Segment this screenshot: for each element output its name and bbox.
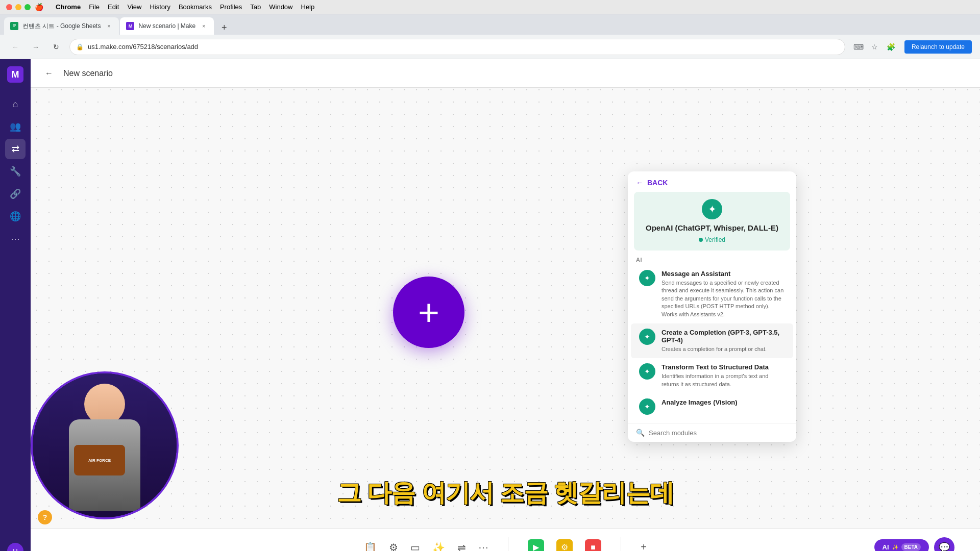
module-item-message-assistant[interactable]: ✦ Message an Assistant Send messages to …: [631, 265, 793, 323]
menu-view[interactable]: View: [127, 3, 141, 11]
menu-chrome[interactable]: Chrome: [56, 3, 81, 11]
flow-icon: ⇌: [457, 541, 466, 552]
search-input[interactable]: [649, 429, 788, 437]
sidebar-item-tools[interactable]: 🔧: [5, 161, 26, 182]
extensions-button[interactable]: 🧩: [884, 40, 898, 54]
close-button[interactable]: [6, 4, 12, 10]
toolbar-settings-button[interactable]: ⚙: [384, 538, 403, 552]
module-name-message: Message an Assistant: [662, 270, 785, 278]
canvas-area: ← New scenario AIR FORCE ? 그 다음 여기서: [31, 59, 980, 551]
toolbar-notes-button[interactable]: 📋: [359, 538, 382, 552]
module-info-analyze: Analyze Images (Vision): [662, 398, 785, 408]
ai-label: AI: [883, 543, 889, 551]
menu-history[interactable]: History: [150, 3, 170, 11]
reload-button[interactable]: ↻: [49, 40, 63, 54]
panel-back-button[interactable]: ← BACK: [628, 171, 796, 192]
new-tab-button[interactable]: +: [217, 20, 231, 35]
chat-button[interactable]: 💬: [934, 537, 954, 552]
sidebar-item-team[interactable]: 👥: [5, 116, 26, 137]
panel-search: 🔍: [628, 423, 796, 442]
module-name-analyze: Analyze Images (Vision): [662, 398, 785, 406]
url-bar[interactable]: 🔒 us1.make.com/675218/scenarios/add: [69, 39, 845, 55]
toolbar-stop-button[interactable]: ■: [580, 536, 606, 552]
module-icon-message: ✦: [639, 270, 655, 286]
tab-sheets-close[interactable]: ×: [105, 22, 113, 30]
toolbar-magic-button[interactable]: ✨: [427, 538, 450, 552]
add-module-button[interactable]: [393, 277, 464, 348]
svg-rect-3: [13, 27, 15, 27]
menu-help[interactable]: Help: [301, 3, 315, 11]
module-name-transform: Transform Text to Structured Data: [662, 363, 785, 371]
menu-edit[interactable]: Edit: [108, 3, 119, 11]
panel-icon: ▭: [410, 541, 420, 552]
back-label: BACK: [647, 179, 668, 187]
module-icon-analyze: ✦: [639, 398, 655, 415]
openai-icon: ✦: [702, 199, 722, 219]
module-info-transform: Transform Text to Structured Data Identi…: [662, 363, 785, 388]
tab-sheets-title: 컨텐츠 시트 - Google Sheets: [22, 22, 101, 31]
user-avatar[interactable]: U: [7, 543, 23, 551]
back-arrow-icon: ←: [636, 179, 643, 187]
back-nav-button[interactable]: ←: [8, 40, 22, 54]
tools-group: ▶ ⚙ ■ TOOLS: [512, 536, 617, 552]
toolbar-panel-button[interactable]: ▭: [405, 538, 425, 552]
module-icon-transform: ✦: [639, 363, 655, 380]
module-item-transform[interactable]: ✦ Transform Text to Structured Data Iden…: [631, 358, 793, 393]
address-actions: ⌨ ☆ 🧩: [851, 40, 898, 54]
canvas-topbar: ← New scenario: [31, 59, 980, 88]
ai-beta-button[interactable]: AI ✨ BETA: [874, 539, 929, 551]
canvas-back-button[interactable]: ←: [41, 65, 57, 82]
sidebar-item-webhooks[interactable]: 🔗: [5, 184, 26, 204]
tab-make-close[interactable]: ×: [200, 22, 208, 30]
panel-header-title: OpenAI (ChatGPT, Whisper, DALL-E): [646, 223, 778, 232]
toolbar-divider-2: [621, 537, 621, 552]
module-item-completion[interactable]: ✦ Create a Completion (GPT-3, GPT-3.5, G…: [631, 323, 793, 358]
stop-icon: ■: [585, 539, 601, 552]
sidebar-item-apps[interactable]: 🌐: [5, 206, 26, 227]
sidebar-item-more[interactable]: ⋯: [5, 229, 26, 249]
forward-nav-button[interactable]: →: [29, 40, 43, 54]
tab-make[interactable]: M New scenario | Make ×: [120, 17, 214, 35]
svg-text:M: M: [12, 69, 19, 80]
menu-bookmarks[interactable]: Bookmarks: [179, 3, 212, 11]
menu-profiles[interactable]: Profiles: [220, 3, 242, 11]
url-text: us1.make.com/675218/scenarios/add: [88, 43, 839, 51]
toolbar-schedule-button[interactable]: ⚙: [551, 536, 578, 552]
address-bar: ← → ↻ 🔒 us1.make.com/675218/scenarios/ad…: [0, 35, 980, 59]
svg-rect-2: [13, 26, 16, 26]
module-desc-message: Send messages to a specified or newly cr…: [662, 279, 785, 318]
bookmark-button[interactable]: ☆: [868, 40, 882, 54]
menu-tab[interactable]: Tab: [250, 3, 261, 11]
toolbar-more-button[interactable]: ⋯: [473, 538, 494, 552]
toolbar-divider-1: [508, 537, 508, 552]
beta-tag: BETA: [901, 543, 921, 551]
module-desc-transform: Identifies information in a prompt's tex…: [662, 372, 785, 388]
tab-sheets[interactable]: 컨텐츠 시트 - Google Sheets ×: [4, 17, 119, 35]
verified-dot: [699, 238, 703, 242]
toolbar-run-button[interactable]: ▶: [523, 536, 549, 552]
sidebar-bottom: U: [7, 543, 23, 551]
make-favicon: M: [126, 22, 134, 30]
make-logo[interactable]: M: [6, 65, 24, 84]
menu-window[interactable]: Window: [269, 3, 292, 11]
toolbar-add-favorite-button[interactable]: +: [635, 538, 652, 551]
gear-icon: ⚙: [389, 541, 398, 552]
toolbar-flow-button[interactable]: ⇌: [452, 538, 471, 552]
mac-titlebar: 🍎 Chrome File Edit View History Bookmark…: [0, 0, 980, 14]
module-desc-completion: Creates a completion for a prompt or cha…: [662, 345, 785, 353]
menu-file[interactable]: File: [89, 3, 100, 11]
module-item-analyze[interactable]: ✦ Analyze Images (Vision): [631, 393, 793, 420]
minimize-button[interactable]: [15, 4, 21, 10]
sidebar-item-home[interactable]: ⌂: [5, 94, 26, 114]
traffic-lights: [6, 4, 31, 10]
search-icon: 🔍: [636, 429, 645, 437]
maximize-button[interactable]: [24, 4, 31, 10]
add-favorite-icon: +: [641, 541, 647, 551]
module-info-completion: Create a Completion (GPT-3, GPT-3.5, GPT…: [662, 329, 785, 353]
translate-button[interactable]: ⌨: [851, 40, 866, 54]
sidebar-item-connections[interactable]: ⇄: [5, 139, 26, 159]
make-sidebar: M ⌂ 👥 ⇄ 🔧 🔗 🌐 ⋯ U: [0, 59, 31, 551]
section-label: AI: [628, 253, 796, 265]
help-button[interactable]: ?: [38, 510, 52, 524]
relaunch-button[interactable]: Relaunch to update: [904, 40, 972, 54]
